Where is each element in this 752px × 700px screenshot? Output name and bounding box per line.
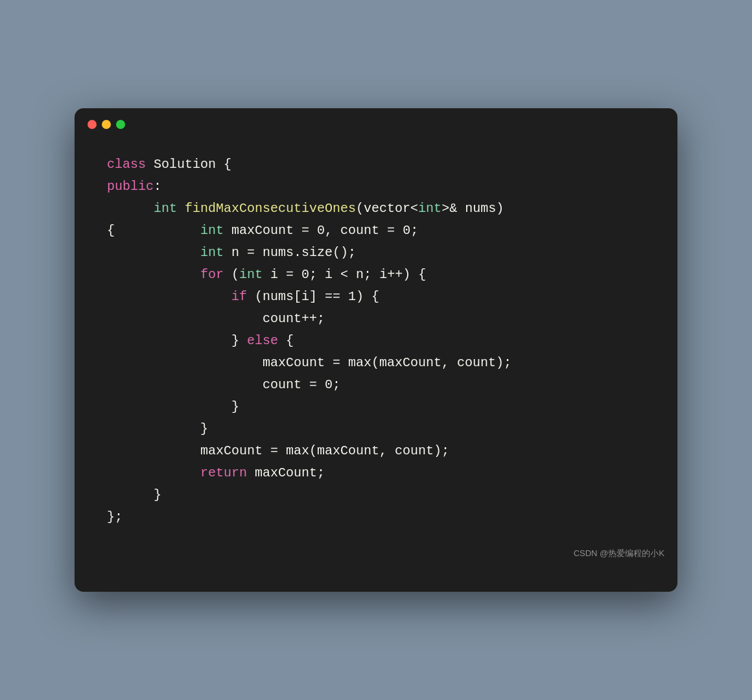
maximize-button[interactable]	[116, 120, 125, 129]
code-line-9: } else {	[107, 330, 645, 352]
code-block: class Solution { public: int findMaxCons…	[75, 141, 677, 541]
code-line-11: count = 0;	[107, 374, 645, 396]
code-line-15: return maxCount;	[107, 462, 645, 484]
code-line-4: { int maxCount = 0, count = 0;	[107, 220, 645, 242]
code-line-8: count++;	[107, 308, 645, 330]
minimize-button[interactable]	[102, 120, 111, 129]
watermark: CSDN @热爱编程的小K	[75, 541, 677, 559]
close-button[interactable]	[88, 120, 97, 129]
code-line-3: int findMaxConsecutiveOnes(vector<int>& …	[107, 198, 645, 220]
titlebar	[75, 108, 677, 141]
code-line-16: }	[107, 484, 645, 506]
code-line-2: public:	[107, 176, 645, 198]
code-line-13: }	[107, 418, 645, 440]
code-line-12: }	[107, 396, 645, 418]
code-line-10: maxCount = max(maxCount, count);	[107, 352, 645, 374]
code-line-1: class Solution {	[107, 154, 645, 176]
code-line-7: if (nums[i] == 1) {	[107, 286, 645, 308]
code-line-14: maxCount = max(maxCount, count);	[107, 440, 645, 462]
code-line-17: };	[107, 506, 645, 528]
code-window: class Solution { public: int findMaxCons…	[75, 108, 677, 592]
code-line-5: int n = nums.size();	[107, 242, 645, 264]
code-line-6: for (int i = 0; i < n; i++) {	[107, 264, 645, 286]
